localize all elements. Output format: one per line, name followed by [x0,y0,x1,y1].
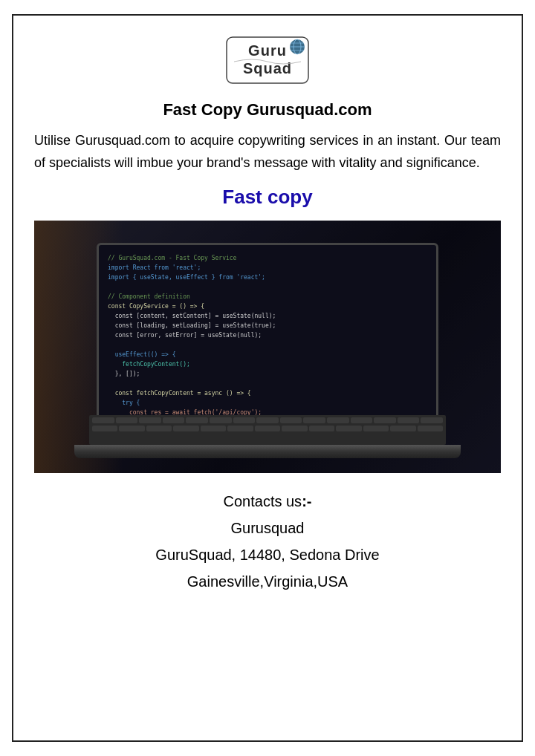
contacts-section: Contacts us:- Gurusquad GuruSquad, 14480… [155,488,379,595]
contacts-line1: Contacts us:- [155,488,379,515]
contacts-line4: Gainesville,Virginia,USA [155,568,379,595]
laptop-image: // GuruSquad.com - Fast Copy Service imp… [34,221,501,473]
contacts-label: Contacts us [224,493,302,509]
laptop-base [74,445,461,458]
page-title: Fast Copy Gurusquad.com [163,100,372,120]
description-text: Utilise Gurusquad.com to acquire copywri… [34,130,501,174]
contacts-bold-separator: :- [302,493,311,509]
svg-text:Guru: Guru [248,42,287,59]
laptop-screen: // GuruSquad.com - Fast Copy Service imp… [97,243,438,436]
code-display: // GuruSquad.com - Fast Copy Service imp… [99,245,436,436]
fast-copy-heading: Fast copy [222,186,312,209]
main-card: Guru Squad Fast Copy Gurusquad.com Utili… [12,14,523,742]
logo-container: Guru Squad [223,33,312,87]
svg-text:Squad: Squad [243,60,292,76]
contacts-line2: Gurusquad [155,515,379,541]
contacts-line3: GuruSquad, 14480, Sedona Drive [155,541,379,568]
laptop-keyboard [89,415,446,445]
gurusquad-logo: Guru Squad [223,33,312,87]
